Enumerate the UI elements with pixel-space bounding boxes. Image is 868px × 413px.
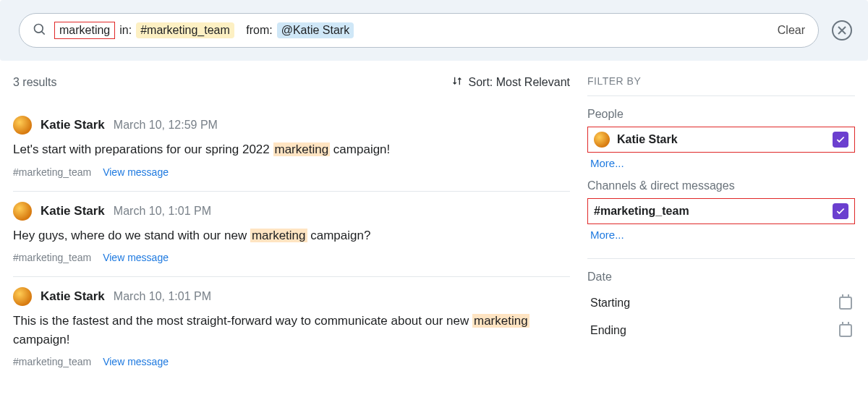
close-search-button[interactable] xyxy=(832,20,852,41)
filter-date-label: Date xyxy=(587,271,855,284)
view-message-link[interactable]: View message xyxy=(103,252,169,263)
snippet-pre: Let's start with preparations for our sp… xyxy=(13,142,273,156)
snippet-post: campaign! xyxy=(330,142,390,156)
result-item: Katie StarkMarch 10, 1:01 PMHey guys, wh… xyxy=(13,192,570,278)
search-user-chip[interactable]: @Katie Stark xyxy=(277,22,354,38)
result-author: Katie Stark xyxy=(41,118,105,132)
snippet-highlight: marketing xyxy=(472,314,529,328)
result-author: Katie Stark xyxy=(41,204,105,218)
search-in-label: in: xyxy=(119,24,132,37)
filter-channel-name: #marketing_team xyxy=(594,205,689,218)
date-start-label: Starting xyxy=(590,297,630,310)
result-item: Katie StarkMarch 10, 1:01 PMThis is the … xyxy=(13,277,570,380)
checkbox-checked-icon[interactable] xyxy=(833,203,848,219)
avatar-icon xyxy=(13,287,32,306)
result-timestamp: March 10, 1:01 PM xyxy=(114,290,211,303)
snippet-highlight: marketing xyxy=(250,229,307,242)
filter-channel-item[interactable]: #marketing_team xyxy=(587,198,855,224)
snippet-highlight: marketing xyxy=(273,142,331,156)
results-list: Katie StarkMarch 10, 12:59 PMLet's start… xyxy=(13,106,570,380)
result-snippet: Hey guys, where do we stand with our new… xyxy=(13,226,570,245)
view-message-link[interactable]: View message xyxy=(103,356,169,367)
filter-title: FILTER BY xyxy=(587,75,855,87)
sort-label: Sort: Most Relevant xyxy=(469,76,571,89)
result-channel: #marketing_team xyxy=(13,166,91,178)
results-count: 3 results xyxy=(13,76,56,89)
clear-button[interactable]: Clear xyxy=(778,24,805,37)
result-author: Katie Stark xyxy=(41,289,105,304)
view-message-link[interactable]: View message xyxy=(103,166,169,178)
sort-icon xyxy=(451,75,463,90)
calendar-icon xyxy=(839,324,852,337)
search-icon xyxy=(33,22,47,39)
people-more-link[interactable]: More... xyxy=(590,157,624,169)
result-item: Katie StarkMarch 10, 12:59 PMLet's start… xyxy=(13,106,570,192)
sort-button[interactable]: Sort: Most Relevant xyxy=(451,75,571,90)
result-snippet: This is the fastest and the most straigh… xyxy=(13,312,570,349)
filter-sidebar: FILTER BY People Katie Stark More... Cha… xyxy=(587,75,855,380)
avatar-icon xyxy=(13,116,32,135)
snippet-pre: This is the fastest and the most straigh… xyxy=(13,314,472,328)
date-end-label: Ending xyxy=(590,324,626,337)
search-from-label: from: xyxy=(246,24,272,37)
svg-point-0 xyxy=(35,24,43,33)
filter-people-label: People xyxy=(587,108,855,121)
snippet-post: campaign? xyxy=(307,229,371,242)
snippet-pre: Hey guys, where do we stand with our new xyxy=(13,229,250,242)
search-box[interactable]: marketing in: #marketing_team from: @Kat… xyxy=(19,13,819,48)
result-channel: #marketing_team xyxy=(13,252,91,263)
result-timestamp: March 10, 12:59 PM xyxy=(114,119,218,132)
date-end-row[interactable]: Ending xyxy=(587,317,855,344)
result-timestamp: March 10, 1:01 PM xyxy=(114,205,211,218)
search-query: marketing in: #marketing_team from: @Kat… xyxy=(54,22,770,39)
filter-people-item[interactable]: Katie Stark xyxy=(587,127,855,153)
svg-line-1 xyxy=(42,31,45,34)
filter-channels-label: Channels & direct messages xyxy=(587,179,855,192)
search-term: marketing xyxy=(54,22,115,39)
avatar-icon xyxy=(594,132,610,148)
search-bar-container: marketing in: #marketing_team from: @Kat… xyxy=(0,0,868,61)
calendar-icon xyxy=(839,297,852,310)
result-snippet: Let's start with preparations for our sp… xyxy=(13,140,570,159)
channels-more-link[interactable]: More... xyxy=(590,229,624,241)
date-start-row[interactable]: Starting xyxy=(587,289,855,317)
checkbox-checked-icon[interactable] xyxy=(833,132,848,148)
result-channel: #marketing_team xyxy=(13,356,91,367)
results-column: 3 results Sort: Most Relevant Katie Star… xyxy=(13,75,587,380)
filter-people-name: Katie Stark xyxy=(617,133,678,146)
avatar-icon xyxy=(13,202,32,221)
search-channel-chip[interactable]: #marketing_team xyxy=(136,22,234,38)
snippet-post: campaign! xyxy=(13,333,69,346)
